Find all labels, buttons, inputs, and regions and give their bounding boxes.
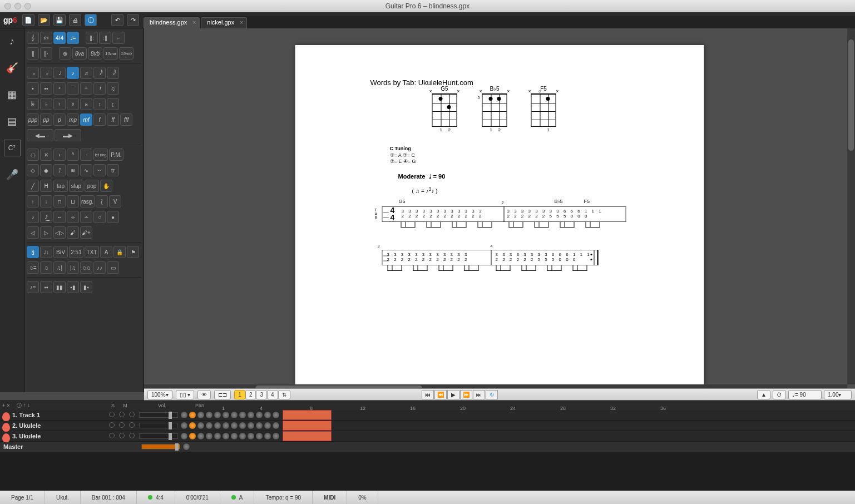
metronome-button[interactable]: ▲ [757, 390, 770, 399]
track-clip[interactable] [283, 431, 332, 441]
accidental-opt1-button[interactable]: ↕ [93, 98, 106, 110]
tab-staff[interactable]: TAB 44 3 3 3 3 3 3 3 3 3 3 3 3 2 2 2 2 2… [382, 206, 626, 222]
wah-close-button[interactable]: ● [107, 211, 119, 223]
lock-button[interactable]: 🔒 [113, 246, 126, 258]
dblflat-button[interactable]: 𝄫 [27, 98, 39, 110]
add-track-icon[interactable]: + [2, 403, 5, 408]
harmonic2-button[interactable]: ◆ [40, 164, 52, 176]
wah-button[interactable]: ○ [93, 211, 106, 223]
dyn-ff-button[interactable]: ff [107, 113, 119, 126]
mute-toggle[interactable] [117, 422, 127, 429]
speed-display[interactable]: 1.00 ▾ [824, 390, 852, 399]
section-button[interactable]: § [27, 246, 39, 258]
slide-button[interactable]: ╱ [27, 180, 39, 192]
fade-in-button[interactable]: ◁ [27, 226, 39, 239]
track-row[interactable]: 3. Ukulele [0, 431, 855, 442]
bars-btn1[interactable]: ▪▪ [40, 281, 52, 293]
staccato-button[interactable]: · [80, 149, 92, 161]
brush-down-button[interactable]: 🖌+ [80, 226, 92, 239]
note-tool-icon[interactable]: ♪ [4, 33, 21, 50]
repeat-close-button[interactable]: :‖ [99, 32, 111, 44]
chord-name-button[interactable]: A [100, 246, 112, 258]
solo-toggle[interactable] [107, 433, 117, 439]
hammer-button[interactable]: H [40, 180, 52, 192]
volume-slider[interactable] [139, 412, 178, 418]
palmmute-button[interactable]: P.M. [109, 149, 123, 161]
auto-toggle[interactable] [127, 412, 137, 418]
beam-btn4[interactable]: |♫ [67, 261, 79, 274]
eq-knob[interactable] [189, 411, 196, 419]
swing-button[interactable]: ♪= [27, 281, 39, 293]
text-button[interactable]: TXT [85, 246, 99, 258]
guitar-tool-icon[interactable]: 🎸 [4, 60, 21, 76]
auto-toggle[interactable] [127, 422, 137, 429]
flat-button[interactable]: ♭ [40, 98, 52, 110]
mixer-tool-icon[interactable]: ▤ [4, 113, 21, 130]
flag-button[interactable]: ⚑ [127, 246, 139, 258]
pan-knob[interactable] [180, 411, 188, 419]
move-down-icon[interactable]: ↓ [28, 402, 31, 409]
rest-button[interactable]: 𝄽 [93, 82, 106, 95]
crescendo-button[interactable]: ◀▬ [27, 129, 53, 141]
track-clip[interactable] [283, 410, 332, 420]
print-button[interactable]: 🖨 [69, 14, 81, 26]
score-canvas[interactable]: Words by Tab: UkuleleHunt.com G5 ×× 12 B… [144, 28, 855, 392]
dyn-fff-button[interactable]: fff [120, 113, 132, 126]
dyn-pp-button[interactable]: pp [40, 113, 52, 126]
remove-track-icon[interactable]: × [7, 403, 9, 408]
dyn-mp-button[interactable]: mp [67, 113, 79, 126]
redo-button[interactable]: ↷ [127, 14, 139, 26]
play-button[interactable]: ▶ [447, 390, 459, 399]
dyn-ppp-button[interactable]: ppp [27, 113, 39, 126]
accent-button[interactable]: › [53, 149, 66, 161]
whole-note-button[interactable]: 𝅝 [27, 67, 39, 79]
keysig-button[interactable]: ♯♯ [40, 32, 52, 44]
trill-button[interactable]: tr [107, 164, 119, 176]
skip-start-button[interactable]: ⏮ [422, 390, 434, 399]
tap-button[interactable]: tap [53, 180, 68, 192]
hand-icon[interactable]: ✋ [100, 180, 112, 192]
voice1-button[interactable]: 1 [234, 390, 245, 399]
tab-nickel[interactable]: nickel.gpx× [201, 17, 247, 28]
fade-out-button[interactable]: ▷ [40, 226, 52, 239]
forward-button[interactable]: ⏩ [460, 390, 472, 399]
dyn-f-button[interactable]: f [93, 113, 106, 126]
mute-toggle[interactable] [117, 412, 127, 418]
barline-button[interactable]: ‖ [27, 47, 39, 60]
bars-btn4[interactable]: ▮▪ [80, 281, 92, 293]
mic-tool-icon[interactable]: 🎤 [4, 166, 21, 183]
tremolo-button[interactable]: ≋ [67, 164, 79, 176]
grace-on-button[interactable]: ♪͜ [40, 211, 52, 223]
countdown-button[interactable]: ⏱ [773, 390, 786, 399]
rewind-button[interactable]: ⏪ [434, 390, 447, 399]
beam-button[interactable]: ♫ [107, 82, 119, 95]
bars-btn2[interactable]: ▮▮ [53, 281, 66, 293]
clef-button[interactable]: 𝄞 [27, 32, 39, 44]
trill-orn-button[interactable]: 𝆗 [53, 211, 66, 223]
decrescendo-button[interactable]: ▬▶ [55, 129, 81, 141]
multirest-button[interactable]: ▭ [107, 261, 119, 274]
amp-tool-icon[interactable]: ▦ [4, 86, 21, 103]
tempo-display[interactable]: ♩ = 90 [788, 390, 822, 399]
rasg-button[interactable]: rasg. [80, 195, 95, 207]
ghost-note-button[interactable]: ◌ [27, 149, 39, 161]
8vb-button[interactable]: 8vb [88, 47, 102, 60]
solo-toggle[interactable] [107, 422, 117, 429]
scroll-thumb[interactable] [848, 39, 854, 151]
beam-btn6[interactable]: ♪♪ [93, 261, 106, 274]
info-button[interactable]: ⓘ [85, 14, 97, 26]
wide-vibrato-button[interactable]: 〰 [93, 164, 106, 176]
downstroke-button[interactable]: ↓ [40, 195, 52, 207]
track-row[interactable]: 2. Ukulele [0, 421, 855, 431]
dblsharp-button[interactable]: 𝄪 [80, 98, 92, 110]
multivoice-button[interactable]: ⇅ [278, 390, 290, 399]
sixteenth-note-button[interactable]: ♬ [80, 67, 92, 79]
volume-swell-button[interactable]: ◁▷ [53, 226, 66, 239]
solo-toggle[interactable] [107, 412, 117, 418]
pickdown-button[interactable]: ⊔ [67, 195, 79, 207]
tab-close-icon[interactable]: × [240, 19, 243, 26]
track-clip[interactable] [283, 421, 332, 431]
bend-button[interactable]: ⤴ [53, 164, 66, 176]
volume-slider[interactable] [139, 423, 178, 428]
voice2-button[interactable]: 2 [245, 390, 256, 399]
